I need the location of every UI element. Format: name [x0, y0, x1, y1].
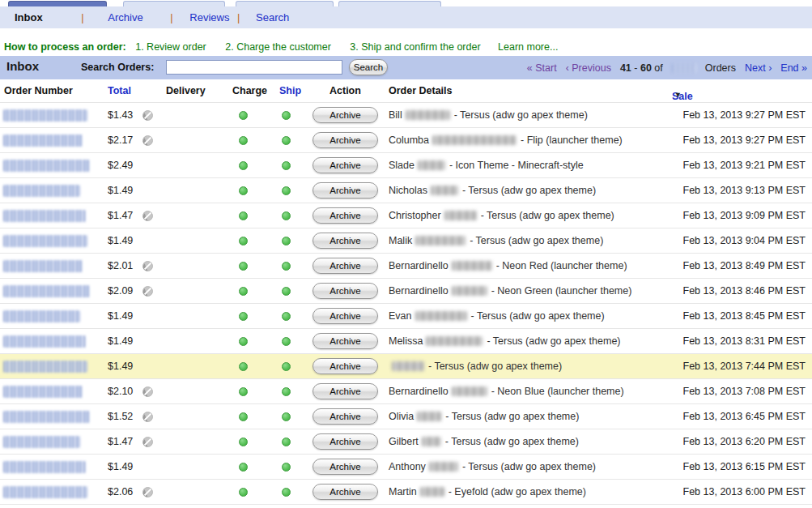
- page-title: Inbox: [6, 59, 39, 73]
- order-total: $2.17: [108, 134, 133, 146]
- buyer-name: Olivia: [389, 411, 414, 422]
- ship-status-dot-icon: [282, 387, 291, 396]
- archive-button[interactable]: Archive: [312, 433, 378, 450]
- pagination-end-link[interactable]: End »: [780, 62, 807, 74]
- search-button[interactable]: Search: [349, 59, 388, 75]
- order-total: $2.01: [108, 260, 133, 271]
- order-row: $1.49 Archive Nicholas- Tersus (adw go a…: [0, 177, 812, 203]
- sale-date: Feb 13, 2013 7:44 PM EST: [683, 361, 806, 372]
- buyer-name: Columba: [389, 134, 429, 146]
- order-total: $1.49: [108, 310, 133, 322]
- archive-button[interactable]: Archive: [312, 258, 378, 274]
- secondary-nav: Inbox | Archive | Reviews | Search: [0, 6, 812, 28]
- learn-more-link[interactable]: Learn more...: [498, 41, 558, 53]
- ship-status-dot-icon: [282, 111, 291, 120]
- nav-separator: |: [237, 11, 240, 23]
- charge-status-dot-icon: [239, 161, 248, 170]
- archive-button[interactable]: Archive: [312, 459, 378, 475]
- buyer-name: Malik: [389, 235, 412, 246]
- archive-button[interactable]: Archive: [312, 132, 378, 148]
- buyer-name-redacted: [392, 361, 424, 371]
- ship-status-dot-icon: [282, 136, 291, 145]
- pagination: « Start ‹ Previous 41 - 60 of Orders Nex…: [518, 56, 807, 79]
- charge-status-dot-icon: [239, 337, 248, 346]
- product-name: - Tersus (adw go apex theme): [445, 411, 579, 422]
- nav-separator: |: [170, 11, 172, 23]
- pagination-previous-link[interactable]: ‹ Previous: [566, 62, 611, 74]
- order-total: $1.49: [108, 335, 133, 347]
- order-row: $2.09 Archive Bernardinello- Neon Green …: [0, 278, 812, 303]
- buyer-name: Bernardinello: [389, 285, 449, 297]
- header-ship-sort-link[interactable]: Ship: [279, 85, 301, 96]
- digital-delivery-globe-icon: [142, 437, 153, 447]
- archive-button[interactable]: Archive: [312, 333, 378, 349]
- ship-status-dot-icon: [282, 237, 291, 245]
- archive-button[interactable]: Archive: [312, 207, 378, 224]
- buyer-name-redacted: [420, 487, 444, 497]
- help-step-1: 1. Review order: [135, 41, 206, 53]
- digital-delivery-globe-icon: [142, 412, 153, 422]
- help-step-3: 3. Ship and confirm the order: [350, 41, 480, 53]
- charge-status-dot-icon: [239, 387, 248, 396]
- archive-button[interactable]: Archive: [312, 308, 378, 324]
- orders-table-body: $1.43 Archive Bill- Tersus (adw go apex …: [0, 102, 812, 508]
- order-number-redacted: [3, 411, 90, 423]
- sort-descending-icon: ▼: [674, 91, 682, 99]
- sale-date: Feb 13, 2013 6:45 PM EST: [683, 411, 806, 422]
- buyer-name-redacted: [452, 286, 487, 296]
- buyer-name: Bernardinello: [389, 260, 449, 271]
- product-name: - Tersus (adw go apex theme): [462, 461, 596, 472]
- search-orders-input[interactable]: [166, 60, 342, 75]
- order-number-redacted: [3, 436, 80, 448]
- order-number-redacted: [3, 335, 86, 348]
- archive-button[interactable]: Archive: [312, 283, 378, 299]
- order-number-redacted: [3, 134, 83, 147]
- buyer-name: Nicholas: [389, 185, 427, 196]
- archive-button[interactable]: Archive: [312, 484, 378, 500]
- nav-item-archive[interactable]: Archive: [108, 11, 142, 23]
- digital-delivery-globe-icon: [142, 286, 153, 297]
- charge-status-dot-icon: [239, 262, 248, 271]
- header-action: Action: [329, 85, 361, 96]
- buyer-name-redacted: [452, 261, 492, 271]
- sale-date: Feb 13, 2013 6:00 PM EST: [683, 486, 806, 497]
- nav-item-inbox[interactable]: Inbox: [15, 11, 43, 23]
- order-details: Slade- Icon Theme - Minecraft-style: [389, 160, 584, 171]
- sale-date: Feb 13, 2013 8:31 PM EST: [683, 335, 806, 347]
- order-details: Olivia- Tersus (adw go apex theme): [389, 411, 579, 422]
- nav-item-search[interactable]: Search: [256, 11, 289, 23]
- nav-item-reviews[interactable]: Reviews: [189, 11, 229, 23]
- order-details: Columba- Flip (launcher theme): [389, 134, 623, 146]
- digital-delivery-globe-icon: [142, 211, 153, 221]
- order-details: Bernardinello- Neon Red (launcher theme): [389, 260, 627, 271]
- buyer-name: Bernardinello: [389, 386, 449, 397]
- archive-button[interactable]: Archive: [312, 358, 378, 374]
- archive-button[interactable]: Archive: [312, 233, 378, 249]
- pagination-next-link[interactable]: Next ›: [745, 62, 772, 74]
- archive-button[interactable]: Archive: [312, 107, 378, 123]
- archive-button[interactable]: Archive: [312, 157, 378, 173]
- buyer-name-redacted: [444, 211, 477, 220]
- order-details: Evan- Tersus (adw go apex theme): [389, 310, 605, 322]
- archive-button[interactable]: Archive: [312, 383, 378, 399]
- archive-button[interactable]: Archive: [312, 408, 378, 425]
- buyer-name: Martin: [389, 486, 417, 497]
- product-name: - Tersus (adw go apex theme): [487, 335, 620, 347]
- buyer-name-redacted: [422, 437, 441, 446]
- order-number-redacted: [3, 109, 87, 122]
- buyer-name-redacted: [415, 236, 466, 245]
- order-number-redacted: [3, 461, 86, 473]
- product-name: - Tersus (adw go apex theme): [462, 185, 596, 196]
- product-name: - Neon Blue (launcher theme): [491, 386, 624, 397]
- header-total-sort-link[interactable]: Total: [108, 85, 131, 96]
- sale-date: Feb 13, 2013 9:13 PM EST: [683, 185, 806, 196]
- order-details: Bill- Tersus (adw go apex theme): [389, 109, 588, 121]
- order-total: $1.52: [108, 411, 133, 422]
- charge-status-dot-icon: [239, 287, 248, 296]
- search-orders-label: Search Orders:: [81, 62, 154, 73]
- charge-status-dot-icon: [239, 136, 248, 145]
- archive-button[interactable]: Archive: [312, 182, 378, 199]
- pagination-start-link[interactable]: « Start: [527, 62, 557, 74]
- sale-date: Feb 13, 2013 9:27 PM EST: [683, 109, 806, 121]
- order-row: $2.17 Archive Columba- Flip (launcher th…: [0, 127, 812, 152]
